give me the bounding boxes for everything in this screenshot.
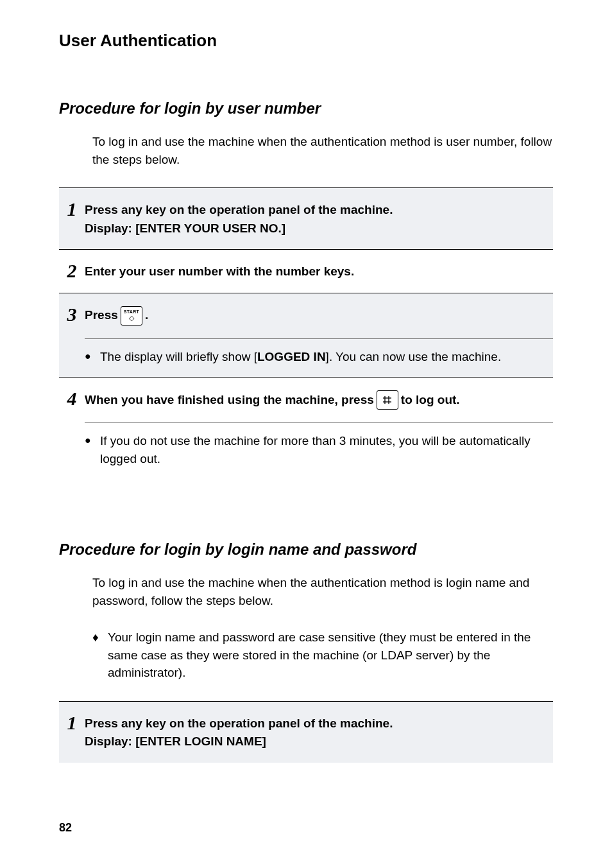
step-a2: 2 Enter your user number with the number… — [59, 249, 553, 293]
step-bullet: ● If you do not use the machine for more… — [85, 432, 553, 467]
step-text-line1: Press any key on the operation panel of … — [85, 715, 393, 733]
step-text-suffix: . — [145, 306, 148, 325]
start-key-label: START — [124, 309, 139, 314]
step-text: Enter your user number with the number k… — [85, 263, 354, 281]
step-number: 3 — [59, 305, 85, 324]
step-text-line2: Display: [ENTER LOGIN NAME] — [85, 733, 266, 751]
start-key-diamond-icon: ◇ — [129, 315, 134, 322]
section-a-title: Procedure for login by user number — [59, 100, 553, 117]
step-number: 1 — [59, 200, 85, 219]
hash-key-icon — [377, 390, 398, 410]
diamond-bullet-icon: ♦ — [92, 629, 108, 682]
section-a-intro: To log in and use the machine when the a… — [92, 133, 553, 168]
start-key-icon: START ◇ — [121, 306, 142, 326]
page-title: User Authentication — [59, 31, 553, 51]
bullet-icon: ● — [85, 432, 100, 467]
hash-icon-svg — [383, 395, 392, 404]
step-number: 1 — [59, 713, 85, 733]
step-text-prefix: When you have finished using the machine… — [85, 391, 374, 410]
step-text-line2: Display: [ENTER YOUR USER NO.] — [85, 220, 285, 238]
section-b-title: Procedure for login by login name and pa… — [59, 541, 553, 559]
section-b-note: ♦ Your login name and password are case … — [92, 629, 553, 682]
bullet-text-before: The display will briefly show [ — [100, 350, 257, 363]
bullet-text-bold: LOGGED IN — [257, 350, 326, 363]
bullet-icon: ● — [85, 348, 100, 366]
step-bullet: ● The display will briefly show [LOGGED … — [85, 348, 553, 366]
step-number: 2 — [59, 261, 85, 281]
step-number: 4 — [59, 389, 85, 408]
section-b-intro: To log in and use the machine when the a… — [92, 574, 553, 609]
step-a3: 3 Press START ◇ . ● The display will bri… — [59, 293, 553, 378]
note-text: Your login name and password are case se… — [108, 629, 553, 682]
step-text-suffix: to log out. — [401, 391, 460, 410]
step-b1: 1 Press any key on the operation panel o… — [59, 701, 553, 763]
step-text-line1: Press any key on the operation panel of … — [85, 201, 393, 220]
step-text-prefix: Press — [85, 306, 118, 325]
bullet-text-after: ]. You can now use the machine. — [326, 350, 502, 363]
bullet-text: If you do not use the machine for more t… — [100, 432, 553, 467]
step-a4: 4 When you have finished using the machi… — [59, 377, 553, 479]
step-a1: 1 Press any key on the operation panel o… — [59, 187, 553, 249]
page-number: 82 — [59, 821, 72, 835]
